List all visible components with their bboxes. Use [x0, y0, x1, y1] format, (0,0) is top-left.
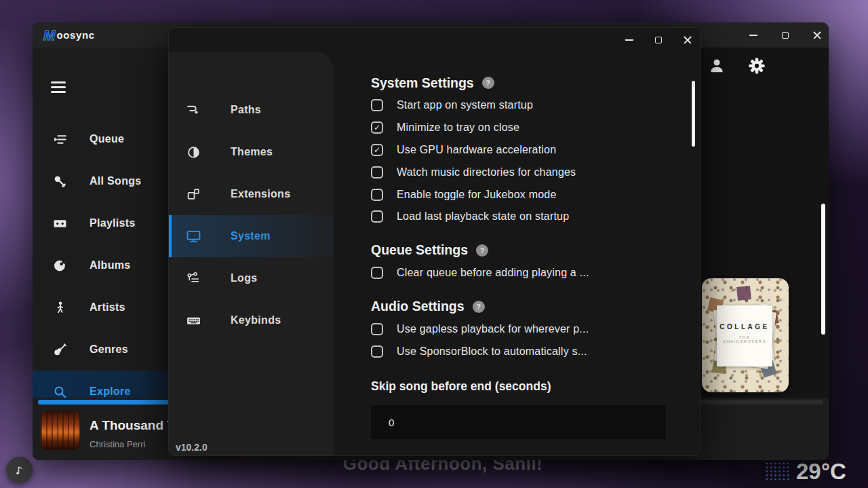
- checkbox[interactable]: [371, 210, 383, 223]
- help-icon[interactable]: ?: [473, 301, 485, 313]
- close-button[interactable]: [804, 22, 829, 48]
- setting-row-load-last-playback-state-on-star[interactable]: Load last playback state on startup: [371, 206, 673, 228]
- maximize-icon: [782, 32, 789, 39]
- settings-tab-label: Extensions: [231, 188, 290, 200]
- hamburger-icon[interactable]: [51, 81, 66, 93]
- keybinds-icon: [186, 314, 201, 328]
- setting-label: Enable toggle for Jukebox mode: [397, 189, 556, 201]
- settings-content: System Settings?Start app on system star…: [371, 71, 673, 439]
- now-playing-artist: Christina Perri: [90, 439, 145, 449]
- settings-tab-keybinds[interactable]: Keybinds: [169, 299, 334, 341]
- sidebar-item-label: Artists: [90, 301, 125, 314]
- settings-maximize-button[interactable]: [646, 31, 671, 50]
- setting-label: Use gapless playback for wherever p...: [397, 323, 589, 335]
- settings-close-button[interactable]: [675, 31, 701, 50]
- checkbox[interactable]: [371, 99, 383, 111]
- themes-icon: [186, 145, 201, 159]
- logs-icon: [186, 271, 201, 286]
- help-icon[interactable]: ?: [476, 244, 488, 257]
- cassette-icon: [53, 217, 67, 231]
- settings-section-heading: System Settings?: [371, 71, 673, 94]
- sidebar-item-label: Genres: [90, 343, 128, 356]
- settings-scrollbar[interactable]: [692, 81, 695, 147]
- sidebar-item-label: Albums: [90, 259, 130, 271]
- checkbox[interactable]: [371, 323, 383, 335]
- search-icon: [53, 385, 67, 399]
- section-title: Audio Settings: [371, 299, 465, 314]
- settings-tab-paths[interactable]: Paths: [169, 89, 334, 131]
- skip-seconds-input[interactable]: [371, 405, 666, 439]
- checkbox[interactable]: ✓: [371, 144, 383, 156]
- guitar-icon: [53, 343, 67, 357]
- setting-label: Watch music directories for changes: [397, 166, 576, 179]
- microphone-icon: [53, 174, 67, 189]
- checkbox[interactable]: ✓: [371, 121, 383, 134]
- settings-tab-label: Paths: [231, 104, 261, 116]
- music-note-icon: [14, 464, 26, 476]
- maximize-button[interactable]: [772, 22, 799, 48]
- gear-icon[interactable]: [747, 56, 766, 75]
- settings-tab-themes[interactable]: Themes: [169, 131, 334, 173]
- temperature-label: 29°C: [796, 459, 846, 485]
- album-title: COLLAGE: [717, 323, 772, 331]
- sidebar-item-genres[interactable]: Genres: [33, 329, 182, 371]
- minimize-icon: [625, 39, 633, 41]
- setting-label: Use GPU hardware acceleration: [397, 144, 556, 156]
- sidebar-item-queue[interactable]: Queue: [33, 118, 182, 160]
- page-scrollbar[interactable]: [821, 204, 825, 335]
- setting-row-enable-toggle-for-jukebox-mode[interactable]: Enable toggle for Jukebox mode: [371, 183, 673, 206]
- section-title: Queue Settings: [371, 242, 468, 258]
- minimize-button[interactable]: [740, 22, 767, 48]
- help-icon[interactable]: ?: [482, 77, 494, 89]
- settings-tab-system[interactable]: System: [169, 215, 334, 257]
- setting-row-clear-queue-before-adding-playin[interactable]: Clear queue before adding playing a ...: [371, 262, 673, 284]
- maximize-icon: [655, 37, 662, 43]
- album-card-collage[interactable]: COLLAGE THE CHAINSMOKERS: [702, 278, 789, 392]
- setting-row-minimize-to-tray-on-close[interactable]: ✓Minimize to tray on close: [371, 117, 673, 139]
- settings-tab-extensions[interactable]: Extensions: [169, 173, 334, 215]
- checkbox[interactable]: [371, 166, 383, 179]
- checkbox[interactable]: [371, 345, 383, 358]
- settings-section-heading: Audio Settings?: [371, 295, 673, 318]
- now-playing-art[interactable]: [41, 411, 80, 450]
- setting-row-use-gapless-playback-for-whereve[interactable]: Use gapless playback for wherever p...: [371, 318, 673, 341]
- collage-photo: [736, 286, 751, 301]
- system-icon: [186, 229, 201, 244]
- settings-tabs: PathsThemesExtensionsSystemLogsKeybinds: [169, 52, 334, 341]
- setting-label: Minimize to tray on close: [397, 121, 519, 134]
- settings-minimize-button[interactable]: [616, 31, 642, 50]
- minimize-icon: [749, 35, 757, 36]
- disc-icon: [53, 259, 67, 273]
- sidebar-item-artists[interactable]: Artists: [33, 286, 182, 329]
- settings-tab-label: Logs: [231, 272, 257, 284]
- settings-tab-label: Themes: [231, 146, 273, 158]
- sidebar-item-all-songs[interactable]: All Songs: [33, 160, 182, 202]
- extensions-icon: [186, 187, 201, 202]
- setting-row-use-sponsorblock-to-automaticall[interactable]: Use SponsorBlock to automatically s...: [371, 340, 673, 362]
- settings-tab-panel: PathsThemesExtensionsSystemLogsKeybinds …: [169, 52, 334, 456]
- checkbox[interactable]: [371, 267, 383, 279]
- album-art-label: COLLAGE THE CHAINSMOKERS: [717, 305, 772, 367]
- app-version: v10.2.0: [176, 442, 208, 453]
- checkbox[interactable]: [371, 189, 383, 201]
- sidebar-item-playlists[interactable]: Playlists: [33, 202, 182, 244]
- setting-label: Start app on system startup: [397, 99, 533, 111]
- settings-tab-logs[interactable]: Logs: [169, 257, 334, 299]
- setting-row-use-gpu-hardware-acceleration[interactable]: ✓Use GPU hardware acceleration: [371, 139, 673, 162]
- app-brand-text: oosync: [57, 29, 95, 41]
- settings-sections: System Settings?Start app on system star…: [371, 71, 673, 362]
- floating-music-widget-button[interactable]: [6, 457, 33, 483]
- close-icon: [683, 35, 692, 45]
- settings-tab-label: Keybinds: [231, 314, 281, 326]
- weather-widget[interactable]: 29°C: [765, 459, 846, 485]
- section-title: System Settings: [371, 75, 474, 91]
- sidebar-item-label: All Songs: [90, 175, 141, 187]
- person-icon[interactable]: [708, 57, 726, 75]
- sidebar-item-albums[interactable]: Albums: [33, 244, 182, 286]
- setting-row-watch-music-directories-for-chan[interactable]: Watch music directories for changes: [371, 161, 673, 183]
- skip-seconds-label: Skip song before end (seconds): [371, 375, 673, 398]
- setting-label: Use SponsorBlock to automatically s...: [397, 345, 587, 358]
- album-artist: THE CHAINSMOKERS: [717, 335, 772, 343]
- setting-row-start-app-on-system-startup[interactable]: Start app on system startup: [371, 94, 673, 117]
- sidebar-item-label: Queue: [90, 133, 124, 145]
